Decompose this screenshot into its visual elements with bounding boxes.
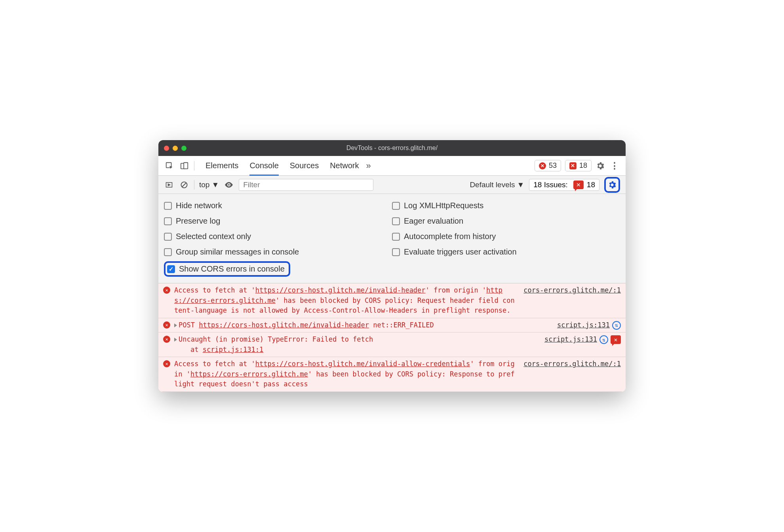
main-toolbar: ElementsConsoleSourcesNetwork » ✕ 53 ✕ 1…	[158, 156, 626, 176]
setting-label: Autocomplete from history	[404, 232, 496, 241]
issues-count: 18	[579, 162, 587, 170]
console-error-row[interactable]: ✕Access to fetch at 'https://cors-host.g…	[158, 357, 626, 392]
devtools-window: DevTools - cors-errors.glitch.me/ Elemen…	[158, 140, 626, 392]
dropdown-triangle-icon: ▼	[517, 180, 524, 189]
checkbox-icon	[392, 233, 400, 241]
zoom-window-button[interactable]	[181, 146, 186, 151]
titlebar: DevTools - cors-errors.glitch.me/	[158, 140, 626, 156]
error-icon: ✕	[163, 287, 170, 294]
issues-label: 18 Issues:	[533, 180, 568, 189]
error-icon: ✕	[163, 321, 170, 329]
setting-checkbox[interactable]: Group similar messages in console	[164, 244, 392, 260]
window-title: DevTools - cors-errors.glitch.me/	[346, 144, 438, 152]
issues-count: 18	[587, 180, 595, 189]
kebab-menu-icon[interactable]: ⋮	[609, 160, 620, 171]
issue-icon: ✕	[573, 180, 584, 189]
divider	[194, 180, 194, 190]
checkbox-icon	[164, 233, 172, 241]
panel-tabs: ElementsConsoleSourcesNetwork	[206, 156, 359, 175]
checkbox-icon	[167, 265, 175, 273]
checkbox-icon	[392, 248, 400, 256]
more-tabs-icon[interactable]: »	[363, 160, 374, 171]
console-settings-button[interactable]	[604, 177, 620, 193]
setting-checkbox[interactable]: Selected context only	[164, 229, 392, 244]
dropdown-triangle-icon: ▼	[211, 180, 219, 189]
log-message: POST https://cors-host.glitch.me/invalid…	[174, 320, 552, 331]
log-message: Uncaught (in promise) TypeError: Failed …	[174, 334, 539, 355]
console-output[interactable]: ✕Access to fetch at 'https://cors-host.g…	[158, 283, 626, 392]
divider	[194, 161, 194, 171]
setting-label: Log XMLHttpRequests	[404, 201, 483, 210]
setting-checkbox[interactable]: Preserve log	[164, 213, 392, 229]
setting-label: Preserve log	[176, 217, 220, 226]
setting-label: Evaluate triggers user activation	[404, 247, 517, 256]
checkbox-icon	[164, 202, 172, 210]
log-source-link[interactable]: cors-errors.glitch.me/:1	[523, 360, 621, 368]
console-error-row[interactable]: ✕POST https://cors-host.glitch.me/invali…	[158, 318, 626, 333]
error-count: 53	[549, 162, 557, 170]
issues-summary[interactable]: 18 Issues: ✕ 18	[529, 179, 599, 191]
error-icon: ✕	[163, 336, 170, 343]
execution-context-icon[interactable]	[164, 180, 174, 190]
filter-input[interactable]	[239, 179, 373, 191]
svg-point-5	[228, 184, 230, 186]
tab-sources[interactable]: Sources	[290, 156, 319, 175]
error-icon: ✕	[163, 360, 170, 367]
network-icon[interactable]: ⇅	[599, 335, 608, 344]
log-message: Access to fetch at 'https://cors-host.gl…	[174, 285, 518, 316]
error-count-badge[interactable]: ✕ 53	[535, 160, 561, 171]
console-settings-panel: Hide networkPreserve logSelected context…	[158, 194, 626, 283]
setting-checkbox[interactable]: Hide network	[164, 198, 392, 213]
setting-label: Hide network	[176, 201, 222, 210]
close-window-button[interactable]	[164, 146, 169, 151]
setting-checkbox[interactable]: Show CORS errors in console	[167, 264, 285, 274]
setting-label: Selected context only	[176, 232, 251, 241]
setting-label: Eager evaluation	[404, 217, 463, 226]
log-source-link[interactable]: script.js:131	[557, 321, 610, 329]
checkbox-icon	[164, 217, 172, 225]
setting-label: Group similar messages in console	[176, 247, 299, 256]
checkbox-icon	[392, 202, 400, 210]
tab-console[interactable]: Console	[249, 156, 278, 175]
network-icon[interactable]: ⇅	[612, 321, 621, 330]
minimize-window-button[interactable]	[173, 146, 178, 151]
levels-label: Default levels	[470, 180, 515, 189]
traffic-lights	[164, 146, 186, 151]
checkbox-icon	[164, 248, 172, 256]
setting-checkbox[interactable]: Log XMLHttpRequests	[392, 198, 620, 213]
svg-rect-2	[184, 163, 188, 169]
highlighted-setting: Show CORS errors in console	[164, 261, 290, 277]
tab-network[interactable]: Network	[330, 156, 359, 175]
context-selector[interactable]: top ▼	[199, 180, 219, 189]
setting-label: Show CORS errors in console	[179, 264, 285, 274]
issue-icon[interactable]: ✕	[611, 335, 621, 344]
setting-checkbox[interactable]: Evaluate triggers user activation	[392, 244, 620, 260]
log-message: Access to fetch at 'https://cors-host.gl…	[174, 359, 518, 390]
issues-count-badge[interactable]: ✕ 18	[565, 160, 592, 171]
setting-checkbox[interactable]: Eager evaluation	[392, 213, 620, 229]
device-toggle-icon[interactable]	[179, 160, 190, 171]
log-source-link[interactable]: script.js:131	[544, 335, 597, 343]
tab-elements[interactable]: Elements	[206, 156, 238, 175]
setting-checkbox[interactable]: Autocomplete from history	[392, 229, 620, 244]
log-levels-selector[interactable]: Default levels ▼	[470, 180, 524, 189]
issue-icon: ✕	[569, 162, 577, 169]
settings-icon[interactable]	[596, 161, 605, 171]
console-error-row[interactable]: ✕Access to fetch at 'https://cors-host.g…	[158, 283, 626, 318]
clear-console-icon[interactable]	[179, 180, 189, 190]
inspect-element-icon[interactable]	[164, 160, 175, 171]
console-error-row[interactable]: ✕Uncaught (in promise) TypeError: Failed…	[158, 332, 626, 357]
context-label: top	[199, 180, 209, 189]
live-expression-icon[interactable]	[224, 180, 234, 190]
log-source-link[interactable]: cors-errors.glitch.me/:1	[523, 286, 621, 294]
checkbox-icon	[392, 217, 400, 225]
console-filter-bar: top ▼ Default levels ▼ 18 Issues: ✕ 18	[158, 176, 626, 194]
error-icon: ✕	[539, 162, 546, 169]
